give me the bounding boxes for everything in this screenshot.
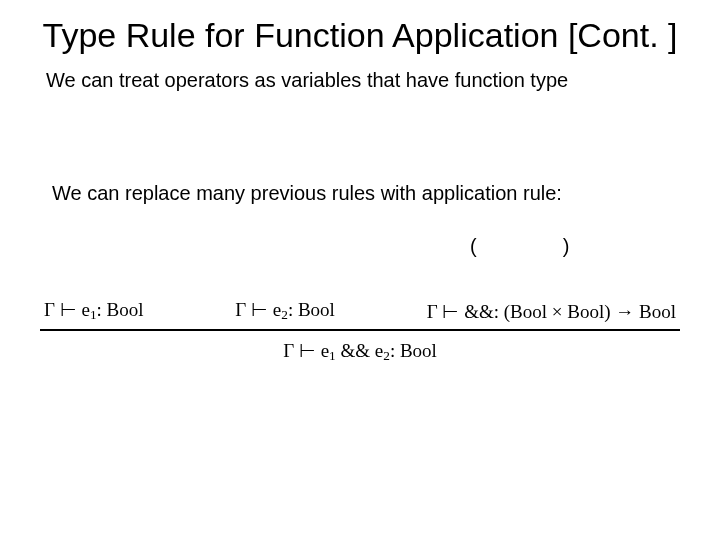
- paren-close: ): [563, 235, 570, 257]
- premise-1: Γ ⊢ e1: Bool: [44, 298, 144, 323]
- slide-title: Type Rule for Function Application [Cont…: [40, 16, 680, 55]
- inference-rule: Γ ⊢ e1: Bool Γ ⊢ e2: Bool Γ ⊢ &&: (Bool …: [40, 298, 680, 365]
- slide: Type Rule for Function Application [Cont…: [0, 0, 720, 540]
- paren-open: (: [470, 235, 477, 257]
- body-text-1: We can treat operators as variables that…: [46, 69, 680, 92]
- premise-3: Γ ⊢ &&: (Bool × Bool) → Bool: [427, 300, 676, 323]
- body-text-2: We can replace many previous rules with …: [52, 182, 680, 205]
- premises-row: Γ ⊢ e1: Bool Γ ⊢ e2: Bool Γ ⊢ &&: (Bool …: [40, 298, 680, 329]
- paren-placeholder: (): [470, 235, 680, 258]
- premise-2: Γ ⊢ e2: Bool: [235, 298, 335, 323]
- conclusion: Γ ⊢ e1 && e2: Bool: [40, 331, 680, 364]
